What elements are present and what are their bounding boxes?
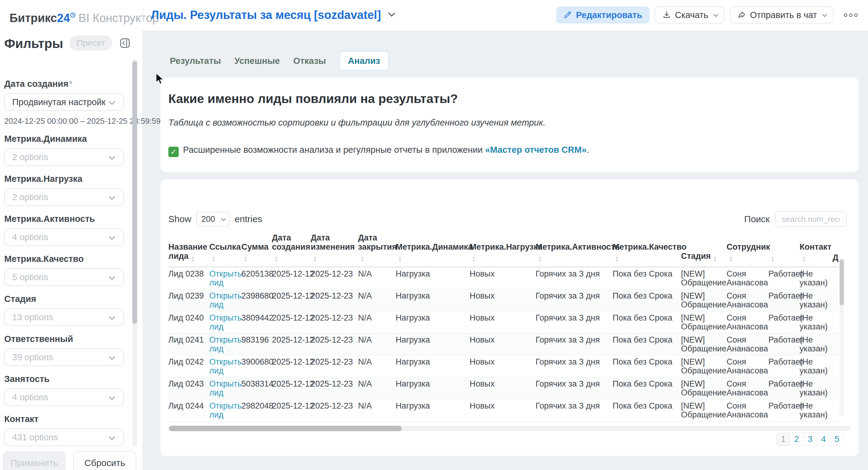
cell-name: Лид 0238 [168,267,209,289]
cell-created: 2025-12-12 [272,334,311,355]
open-lead-link[interactable]: Открыть лид [209,335,242,353]
column-header-modified[interactable]: Дата изменения▲▼ [311,233,358,267]
main-area: РезультатыУспешныеОтказыАнализ Какие име… [143,31,868,470]
download-button[interactable]: Скачать [654,6,725,24]
column-header-stage[interactable]: Стадия▲▼ [681,233,726,267]
filter-select[interactable]: 39 options [4,348,124,366]
crm-report-master-link[interactable]: «Мастер отчетов CRM» [485,145,587,155]
cell-quality: Пока без Срока [613,399,681,421]
sort-icon[interactable]: ▲▼ [361,256,364,262]
cell-load: Новых [470,289,535,311]
cell-load: Новых [470,421,535,422]
open-lead-link[interactable]: Открыть лид [209,291,242,309]
open-lead-link[interactable]: Открыть лид [209,357,242,375]
cell-load: Новых [470,355,535,377]
sort-icon[interactable]: ▲▼ [191,256,195,262]
cell-dynamics: Нагрузка [396,421,470,422]
sort-icon[interactable]: ▲▼ [615,256,619,262]
edit-button[interactable]: Редактировать [556,6,650,24]
cell-name: Лид 0242 [168,355,209,377]
page-button-1[interactable]: 1 [776,432,790,446]
column-header-created[interactable]: Дата создания▲▼ [272,233,311,267]
table-row: Лид 0239Открыть лид23986802025-12-122025… [168,289,839,311]
column-header-closed[interactable]: Дата закрытия▲▼ [358,233,396,267]
cell-activity: Горячих за 3 дня [535,421,613,422]
filter-select[interactable]: 2 options [4,148,124,166]
sort-icon[interactable]: ▲▼ [274,256,278,262]
sort-icon[interactable]: ▲▼ [472,256,476,262]
cell-employee: Соня Ананасова [726,289,768,311]
cell-name: Лид 0240 [168,311,209,334]
filters-title: Фильтры [4,36,63,51]
column-header-name[interactable]: Название лида▲▼ [168,233,209,267]
filter-select[interactable]: 5 options [4,268,124,286]
apply-button[interactable]: Применить [3,451,66,470]
sidebar-scrollbar-thumb[interactable] [132,61,137,324]
sort-icon[interactable]: ▲▼ [538,256,542,262]
sidebar-scrollbar[interactable] [132,59,137,447]
table-vertical-scrollbar-thumb[interactable] [840,259,844,305]
sort-icon[interactable]: ▲▼ [771,256,775,262]
chevron-down-icon [109,193,115,200]
filter-select[interactable]: Продвинутая настройка [4,93,124,111]
tab-3[interactable]: Отказы [293,56,326,66]
open-lead-link[interactable]: Открыть лид [209,401,242,419]
filter-select[interactable]: 4 options [4,228,124,246]
column-header-dynamics[interactable]: Метрика.Динамика▲▼ [396,233,470,267]
filter-select[interactable]: 2 options [4,188,124,206]
sort-icon[interactable]: ▲▼ [313,256,317,262]
send-icon [738,11,746,19]
tab-2[interactable]: Успешные [234,56,280,66]
tab-1[interactable]: Результаты [170,56,221,66]
open-lead-link[interactable]: Открыть лид [209,379,242,397]
page-button-4[interactable]: 4 [817,432,830,446]
filter-select[interactable]: 431 options [4,429,124,446]
column-header-sum[interactable]: Сумма▲▼ [241,233,272,267]
column-label: Д [833,253,838,262]
column-header-activity[interactable]: Метрика.Активность▲▼ [535,233,613,267]
cell-dynamics: Нагрузка [396,377,470,399]
filter-label: Занятость [4,374,138,384]
open-lead-link[interactable]: Открыть лид [209,313,242,331]
report-title-dropdown[interactable]: Лиды. Результаты за месяц [sozdavatel] [151,8,393,22]
page-button-2[interactable]: 2 [790,432,804,446]
table-horizontal-scrollbar[interactable] [168,426,850,431]
sort-icon[interactable]: ▲▼ [244,256,247,262]
cell-stage: [NEW] Обращение [681,289,726,311]
column-header-load[interactable]: Метрика.Нагрузка▲▼ [470,233,535,267]
sort-icon[interactable]: ▲▼ [729,256,733,262]
sort-icon[interactable]: ▲▼ [212,256,215,262]
page-button-3[interactable]: 3 [803,432,817,446]
column-header-employee[interactable]: Сотрудник▲▼ [726,233,768,267]
page-button-5[interactable]: 5 [830,432,844,446]
table-vertical-scrollbar[interactable] [840,258,844,416]
cell-sum: 5667510 [241,421,272,422]
page-title: Какие именно лиды повлияли на результаты… [168,92,847,106]
column-header-work[interactable]: ▲▼ [768,233,800,267]
table-horizontal-scrollbar-thumb[interactable] [169,426,402,431]
column-header-link[interactable]: Ссылка▲▼ [209,233,241,267]
column-label: Метрика.Качество [613,242,686,251]
column-header-extra[interactable]: Д [833,233,839,267]
page-size-select[interactable]: 200 [196,212,230,226]
check-icon: ✓ [168,147,179,157]
filter-select[interactable]: 13 options [4,308,124,326]
logo-number: 24 [57,11,70,25]
open-lead-link[interactable]: Открыть лид [209,269,242,287]
sort-icon[interactable]: ▲▼ [713,256,717,262]
sort-icon[interactable]: ▲▼ [398,256,402,262]
column-header-quality[interactable]: Метрика.Качество▲▼ [613,233,681,267]
search-input[interactable] [775,211,847,227]
chevron-down-icon [109,314,115,320]
column-header-contact[interactable]: Контакт▲▼ [800,233,833,267]
preset-badge[interactable]: Пресет [69,35,113,51]
sort-icon[interactable]: ▲▼ [802,256,806,262]
tab-4[interactable]: Анализ [339,51,389,71]
table-row: Лид 0241Открыть лид9831962025-12-122025-… [168,334,839,355]
more-menu-button[interactable] [843,10,859,20]
collapse-sidebar-button[interactable] [120,38,130,48]
filter-select[interactable]: 4 options [4,388,124,406]
reset-button[interactable]: Сбросить [73,451,136,470]
chevron-down-icon [109,233,115,240]
send-to-chat-button[interactable]: Отправить в чат [730,6,834,24]
